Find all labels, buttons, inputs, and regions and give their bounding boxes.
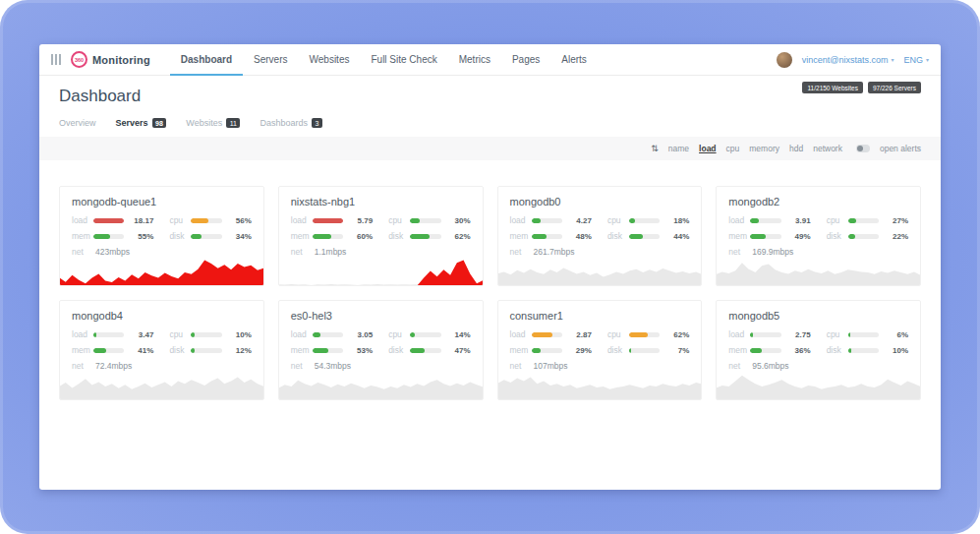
metric-value: 2.87: [562, 330, 592, 339]
count-badge: 98: [152, 118, 167, 128]
nav-tab-full-site-check[interactable]: Full Site Check: [360, 44, 447, 75]
metric-cpu: cpu30%: [388, 215, 470, 225]
metric-value: 56%: [222, 216, 252, 225]
metric-value: 22%: [879, 232, 908, 241]
server-card[interactable]: mongodb2 load3.91cpu27%mem49%disk22% net…: [716, 186, 921, 286]
metric-disk: disk62%: [388, 231, 470, 241]
open-alerts-toggle-icon[interactable]: [856, 145, 870, 152]
metric-bar: [750, 218, 780, 223]
metric-disk: disk44%: [607, 231, 689, 241]
metric-cpu: cpu27%: [827, 215, 908, 225]
servers-usage-badge[interactable]: 97/226 Servers: [868, 82, 921, 93]
nav-tab-servers[interactable]: Servers: [243, 44, 298, 75]
subtab-dashboards[interactable]: Dashboards 3: [259, 118, 321, 128]
user-avatar[interactable]: [777, 52, 792, 68]
metric-mem: mem53%: [291, 345, 373, 355]
subtab-websites[interactable]: Websites 11: [186, 118, 240, 128]
metric-value: 55%: [124, 232, 153, 241]
main-nav-tabs: Dashboard Servers Websites Full Site Che…: [170, 44, 598, 75]
user-menu[interactable]: vincent@nixstats.com ▾: [802, 55, 894, 65]
nav-tab-dashboard[interactable]: Dashboard: [170, 44, 243, 75]
metric-value: 36%: [781, 346, 811, 355]
subtab-servers[interactable]: Servers 98: [116, 118, 167, 128]
metric-value: 12%: [222, 346, 252, 355]
net-value: 107mbps: [534, 361, 568, 371]
sort-by-cpu[interactable]: cpu: [726, 144, 740, 153]
server-card[interactable]: es0-hel3 load3.05cpu14%mem53%disk47% net…: [278, 300, 484, 400]
sort-by-network[interactable]: network: [813, 144, 842, 153]
metric-bar: [191, 332, 221, 337]
metric-bar: [410, 348, 440, 353]
metric-cpu: cpu18%: [607, 215, 689, 225]
metric-bar: [410, 234, 440, 239]
metric-bar: [191, 218, 221, 223]
nav-tab-metrics[interactable]: Metrics: [448, 44, 501, 75]
metric-disk: disk47%: [388, 345, 470, 355]
metric-bar: [93, 332, 124, 337]
decorative-blue-frame: 360 Monitoring Dashboard Servers Website…: [0, 0, 980, 534]
sort-by-memory[interactable]: memory: [749, 144, 779, 153]
metric-mem: mem60%: [291, 231, 373, 241]
metric-label: cpu: [169, 329, 191, 339]
metric-label: cpu: [607, 215, 629, 225]
card-metrics: load3.47cpu10%mem41%disk12%: [60, 329, 263, 355]
metric-load: load18.17: [72, 215, 153, 225]
metric-disk: disk22%: [827, 231, 908, 241]
server-card[interactable]: consumer1 load2.87cpu62%mem29%disk7% net…: [497, 300, 703, 400]
metric-label: load: [72, 215, 93, 225]
net-label: net: [728, 361, 750, 371]
server-card[interactable]: mongodb-queue1 load18.17cpu56%mem55%disk…: [59, 186, 264, 286]
metric-value: 4.27: [562, 216, 592, 225]
nav-tab-alerts[interactable]: Alerts: [550, 44, 598, 75]
metric-bar: [629, 348, 660, 353]
metric-label: cpu: [827, 215, 848, 225]
open-alerts-label[interactable]: open alerts: [880, 144, 921, 153]
sort-by-load[interactable]: load: [699, 144, 716, 153]
metric-bar: [313, 234, 343, 239]
sort-icon: ⇅: [651, 144, 659, 153]
metric-value: 3.91: [781, 216, 811, 225]
metric-bar: [848, 218, 879, 223]
websites-usage-badge[interactable]: 11/2150 Websites: [802, 82, 862, 93]
metric-bar: [313, 332, 343, 337]
net-value: 261.7mbps: [534, 247, 575, 257]
metric-value: 49%: [781, 232, 811, 241]
sparkline-chart: [716, 259, 921, 286]
metric-value: 2.75: [781, 330, 811, 339]
net-label: net: [72, 247, 93, 257]
server-card[interactable]: mongodb4 load3.47cpu10%mem41%disk12% net…: [59, 300, 264, 400]
metric-label: cpu: [388, 329, 410, 339]
metric-label: load: [291, 329, 313, 339]
server-card[interactable]: nixstats-nbg1 load5.79cpu30%mem60%disk62…: [278, 186, 484, 286]
sort-by-hdd[interactable]: hdd: [789, 144, 803, 153]
sort-by-name[interactable]: name: [668, 144, 689, 153]
metric-label: disk: [827, 345, 848, 355]
sparkline-chart: [278, 259, 484, 286]
language-selector[interactable]: ENG ▾: [903, 55, 929, 65]
app-grid-icon[interactable]: [51, 54, 61, 65]
server-card[interactable]: mongodb5 load2.75cpu6%mem36%disk10% net …: [716, 300, 921, 400]
metric-value: 44%: [660, 232, 689, 241]
metric-label: disk: [607, 345, 629, 355]
metric-bar: [93, 348, 124, 353]
metric-mem: mem48%: [510, 231, 592, 241]
brand-logo[interactable]: 360 Monitoring: [71, 51, 150, 68]
nav-right-group: vincent@nixstats.com ▾ ENG ▾: [777, 52, 929, 68]
metric-label: disk: [388, 231, 410, 241]
subtab-overview[interactable]: Overview: [59, 118, 96, 128]
metric-value: 62%: [660, 330, 689, 339]
net-label: net: [510, 361, 532, 371]
net-value: 72.4mbps: [95, 361, 132, 371]
metric-label: mem: [728, 345, 750, 355]
chevron-down-icon: ▾: [891, 56, 894, 63]
metric-label: load: [728, 329, 750, 339]
metric-label: load: [728, 215, 750, 225]
nav-tab-websites[interactable]: Websites: [299, 44, 361, 75]
metric-label: cpu: [607, 329, 629, 339]
nav-tab-pages[interactable]: Pages: [501, 44, 550, 75]
server-card[interactable]: mongodb0 load4.27cpu18%mem48%disk44% net…: [497, 186, 703, 286]
sparkline-chart: [497, 373, 703, 400]
metric-value: 47%: [441, 346, 471, 355]
metric-label: load: [72, 329, 93, 339]
card-metrics: load5.79cpu30%mem60%disk62%: [279, 215, 483, 241]
